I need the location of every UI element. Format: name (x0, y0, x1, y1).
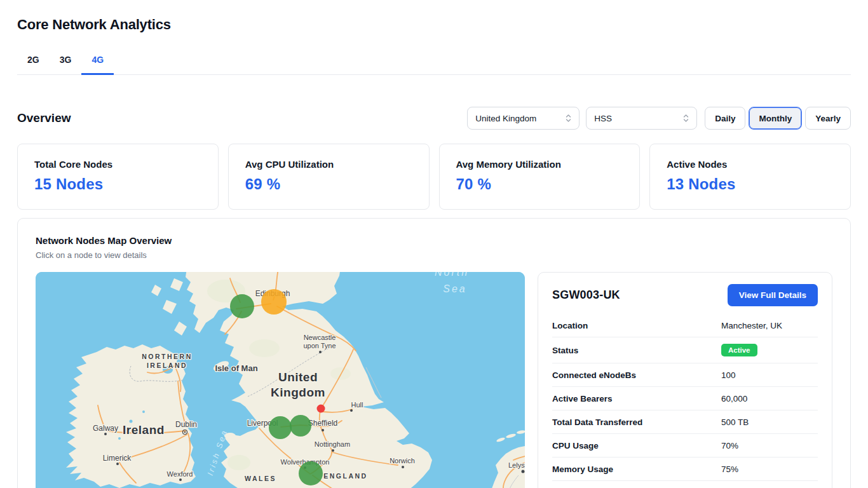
tab-4g[interactable]: 4G (81, 55, 114, 75)
select-chevrons-icon (683, 114, 689, 123)
city-dot-newcastle (319, 351, 322, 353)
stat-label: Avg CPU Utilization (245, 159, 412, 170)
stat-card-active-nodes: Active Nodes 13 Nodes (649, 144, 851, 210)
map-node-birmingham-active[interactable] (299, 461, 323, 485)
period-toggle-group: Daily Monthly Yearly (705, 107, 851, 130)
detail-row-data-transferred: Total Data Transferred 500 TB (552, 410, 818, 434)
label-northern-ireland-line2: IRELAND (147, 362, 187, 369)
node-details-table: Location Manchester, UK Status Active Co… (552, 314, 818, 488)
network-map-card: Network Nodes Map Overview Click on a no… (17, 218, 851, 488)
map-node-manchester-active[interactable] (290, 415, 311, 437)
lake (142, 410, 145, 413)
map-node-glasgow-active[interactable] (230, 294, 254, 318)
detail-row-cpu: CPU Usage 70% (552, 434, 818, 458)
label-lelystad: Lelystad (508, 461, 525, 469)
label-wexford: Wexford (167, 470, 193, 478)
period-yearly-button[interactable]: Yearly (805, 107, 851, 130)
detail-row-location: Location Manchester, UK (552, 314, 818, 337)
city-dot-nottingham (332, 449, 334, 452)
map-node-liverpool-active[interactable] (269, 416, 292, 439)
stat-card-total-core-nodes: Total Core Nodes 15 Nodes (17, 144, 219, 210)
label-limerick: Limerick (103, 454, 132, 463)
lake (118, 437, 121, 440)
label-hull: Hull (351, 401, 363, 409)
map-node-leeds-alert[interactable] (317, 405, 325, 413)
stat-label: Active Nodes (667, 159, 834, 170)
country-select-value: United Kingdom (475, 114, 536, 123)
tab-2g[interactable]: 2G (17, 55, 50, 75)
label-nottingham: Nottingham (315, 440, 350, 448)
label-dublin: Dublin (175, 420, 197, 429)
terrain-patch (227, 455, 250, 470)
label-united-kingdom-line1: United (278, 370, 318, 384)
label-newcastle-line1: Newcastle (304, 334, 336, 341)
city-dot-norwich (402, 466, 404, 468)
city-dot-lelystad (522, 470, 525, 473)
city-dot-sheffield (322, 429, 324, 431)
lake (130, 420, 133, 423)
stat-label: Total Core Nodes (34, 159, 201, 170)
detail-row-bearers: Active Bearers 60,000 (552, 387, 818, 410)
period-monthly-button[interactable]: Monthly (749, 107, 802, 130)
node-id-title: SGW003-UK (552, 288, 620, 302)
stat-value: 69 % (245, 175, 412, 193)
detail-row-usage-status: Core Network Usage Status Optimal (552, 481, 818, 488)
terrain-patch (249, 339, 280, 357)
label-northern-ireland-line1: NORTHERN (142, 353, 193, 360)
stat-value: 15 Nodes (34, 175, 201, 193)
uk-map-svg: North Sea Irish Sea (36, 272, 525, 488)
city-dot-limerick (116, 463, 119, 465)
detail-row-status: Status Active (552, 337, 818, 363)
detail-row-memory: Memory Usage 75% (552, 458, 818, 481)
map-node-edinburgh-warning[interactable] (261, 289, 287, 315)
city-dot-galway (104, 433, 107, 435)
select-chevrons-icon (566, 114, 571, 123)
stat-label: Avg Memory Utilization (456, 159, 623, 170)
label-united-kingdom-line2: Kingdom (271, 386, 325, 399)
label-england: ENGLAND (323, 472, 367, 480)
status-badge: Active (721, 344, 757, 356)
map-card-subtitle: Click on a node to view details (36, 250, 832, 260)
label-newcastle-line2: upon Tyne (303, 342, 336, 349)
node-type-select-value: HSS (594, 114, 612, 123)
city-dot-hull (350, 409, 353, 412)
label-north-sea-line2: Sea (443, 283, 466, 294)
label-north-sea-line1: North (435, 272, 469, 278)
terrain-patch (330, 367, 351, 380)
stat-card-avg-memory: Avg Memory Utilization 70 % (439, 144, 641, 210)
stat-value: 13 Nodes (667, 175, 834, 193)
tab-3g[interactable]: 3G (50, 55, 82, 75)
label-norwich: Norwich (390, 457, 415, 464)
country-select[interactable]: United Kingdom (467, 107, 580, 130)
detail-row-enodebs: Connected eNodeBs 100 (552, 363, 818, 387)
view-full-details-button[interactable]: View Full Details (728, 284, 818, 306)
label-sheffield: Sheffield (308, 419, 337, 428)
overview-heading: Overview (17, 111, 71, 125)
label-wales: WALES (245, 475, 276, 482)
stat-value: 70 % (456, 175, 623, 193)
map-card-title: Network Nodes Map Overview (36, 235, 832, 246)
label-ireland: Ireland (123, 423, 165, 437)
node-type-select[interactable]: HSS (586, 107, 697, 130)
label-galway: Galway (93, 424, 118, 433)
page-title: Core Network Analytics (17, 17, 851, 33)
label-isle-of-man: Isle of Man (215, 363, 257, 373)
period-daily-button[interactable]: Daily (705, 107, 745, 130)
city-dot-wexford (179, 478, 182, 481)
node-details-panel: SGW003-UK View Full Details Location Man… (538, 272, 832, 488)
stat-card-avg-cpu: Avg CPU Utilization 69 % (228, 144, 430, 210)
generation-tabs: 2G 3G 4G (17, 55, 851, 75)
stat-cards: Total Core Nodes 15 Nodes Avg CPU Utiliz… (17, 144, 851, 210)
uk-map[interactable]: North Sea Irish Sea (36, 272, 525, 488)
filter-controls: United Kingdom HSS Daily Monthly Yearly (467, 107, 851, 130)
